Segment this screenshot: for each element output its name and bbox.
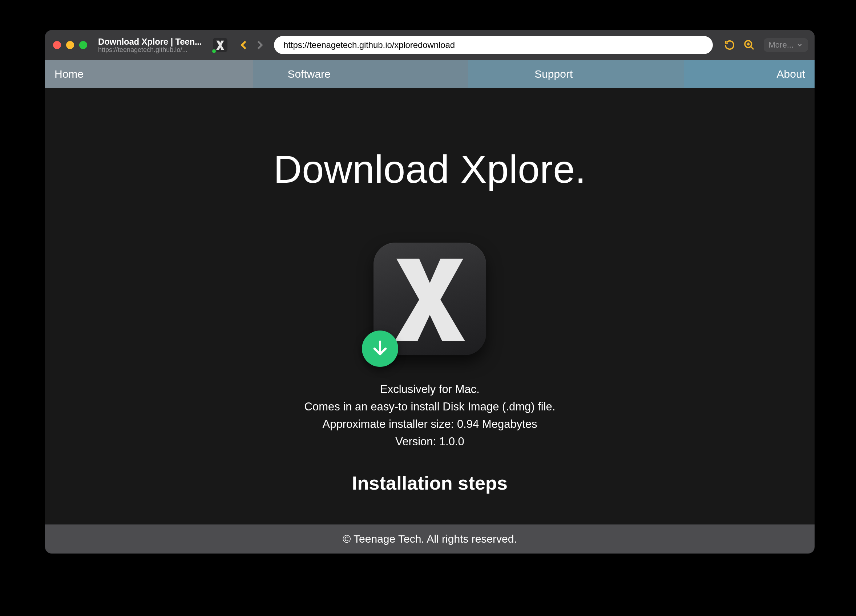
fullscreen-window-button[interactable] [79,41,87,49]
reload-button[interactable] [722,38,737,52]
minimize-window-button[interactable] [66,41,74,49]
browser-window: Download Xplore | Teen... https://teenag… [45,30,814,553]
chevron-left-icon [239,40,249,51]
info-line: Exclusively for Mac. [305,381,556,398]
reload-icon [724,39,735,51]
svg-line-3 [751,46,754,49]
forward-button[interactable] [252,38,267,52]
nav-item-software[interactable]: Software [287,68,330,80]
tab-title: Download Xplore | Teen... [98,37,203,47]
close-window-button[interactable] [53,41,61,49]
tab-subtitle: https://teenagetech.github.io/... [98,46,203,54]
back-button[interactable] [237,38,251,52]
nav-item-about[interactable]: About [777,68,805,80]
window-controls [53,41,87,49]
site-nav: Home Software Support About [45,60,814,88]
page-title: Download Xplore. [274,146,587,192]
browser-toolbar: Download Xplore | Teen... https://teenag… [45,30,814,60]
footer-text: © Teenage Tech. All rights reserved. [343,533,517,545]
download-arrow-icon [371,339,390,358]
info-line: Approximate installer size: 0.94 Megabyt… [305,416,556,433]
connection-secure-badge [211,49,217,54]
section-heading-installation: Installation steps [352,472,508,494]
nav-item-home[interactable]: Home [54,68,83,80]
page-content: Download Xplore. Exclusively for Mac. [45,88,814,553]
info-line: Version: 1.0.0 [305,433,556,450]
app-x-icon [392,257,468,341]
download-app-tile[interactable] [374,243,486,355]
site-favicon [213,38,228,52]
zoom-button[interactable] [742,38,756,52]
info-line: Comes in an easy-to install Disk Image (… [305,398,556,416]
address-bar-text: https://teenagetech.github.io/xploredown… [283,40,455,50]
chevron-down-icon [796,42,803,48]
chevron-right-icon [254,40,265,51]
address-bar[interactable]: https://teenagetech.github.io/xploredown… [274,36,713,54]
site-footer: © Teenage Tech. All rights reserved. [45,524,814,553]
magnifier-plus-icon [744,39,755,51]
nav-buttons [237,38,267,52]
more-menu-label: More... [769,40,793,50]
more-menu-button[interactable]: More... [764,38,808,52]
nav-item-support[interactable]: Support [534,68,573,80]
download-info: Exclusively for Mac. Comes in an easy-to… [305,381,556,450]
active-tab[interactable]: Download Xplore | Teen... https://teenag… [98,37,203,54]
download-badge[interactable] [362,330,398,367]
x-logo-icon [215,40,225,50]
